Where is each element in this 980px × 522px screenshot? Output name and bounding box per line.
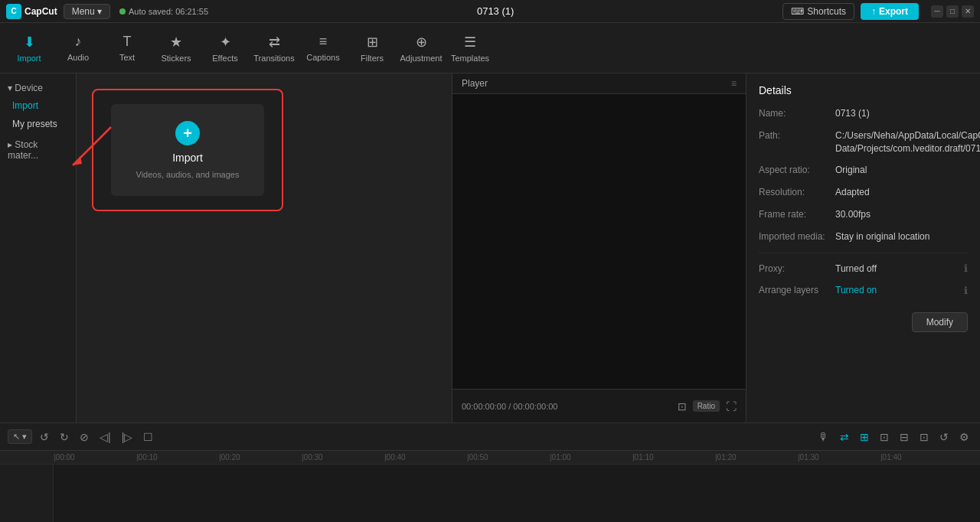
toolbar-item-transitions[interactable]: ⇄Transitions: [251, 26, 297, 70]
trim-left-button[interactable]: ◁|: [96, 429, 114, 445]
ruler-mark-1: |00:10: [136, 453, 219, 462]
transitions-icon: ⇄: [269, 34, 280, 51]
autosave-dot: [119, 8, 126, 15]
trim-right-button[interactable]: |▷: [119, 429, 136, 445]
player-menu-icon[interactable]: ≡: [731, 78, 737, 89]
toolbar-item-adjustment[interactable]: ⊕Adjustment: [398, 26, 444, 70]
track-labels: [0, 465, 54, 522]
detail-layers-value: Turned on: [835, 284, 959, 297]
timeline-content: |00:00 |00:10 |00:20 |00:30 |00:40 |00:5…: [0, 451, 980, 522]
logo-icon: C: [6, 4, 21, 19]
device-label: ▾ Device: [8, 83, 43, 93]
shortcuts-label: Shortcuts: [807, 6, 846, 17]
menu-button[interactable]: Menu ▾: [64, 4, 110, 19]
caption-button[interactable]: ⊡: [916, 429, 932, 445]
layers-info-icon[interactable]: ℹ: [964, 285, 968, 296]
loop-button[interactable]: ↺: [936, 429, 952, 445]
import-drop-zone[interactable]: + Import Videos, audios, and images: [92, 89, 283, 211]
logo: C CapCut: [6, 4, 57, 19]
ratio-button[interactable]: Ratio: [693, 400, 720, 412]
cursor-icon: ↖: [13, 432, 20, 442]
filters-label: Filters: [361, 54, 384, 63]
effects-icon: ✦: [220, 34, 231, 51]
ruler-mark-0: |00:00: [54, 453, 136, 462]
autosave-status: Auto saved: 06:21:55: [119, 7, 208, 16]
audio-label: Audio: [67, 53, 89, 62]
captions-label: Captions: [306, 53, 339, 62]
detail-proxy-row: Proxy: Turned off ℹ: [759, 263, 968, 276]
ruler-mark-6: |01:00: [550, 453, 632, 462]
ruler-mark-7: |01:10: [632, 453, 715, 462]
detail-path-row: Path: C:/Users/Neha/AppData/Local/CapCut…: [759, 129, 968, 155]
modify-button[interactable]: Modify: [912, 312, 968, 332]
detail-name-value: 0713 (1): [835, 107, 968, 120]
fullscreen-button[interactable]: ⛶: [726, 400, 737, 413]
detail-imported-value: Stay in original location: [835, 230, 968, 243]
ruler-mark-9: |01:30: [798, 453, 880, 462]
export-label: Export: [879, 6, 908, 17]
chain-button[interactable]: ⊡: [877, 429, 892, 445]
detail-imported-row: Imported media: Stay in original locatio…: [759, 230, 968, 243]
logo-text: CapCut: [24, 6, 57, 17]
toolbar-item-audio[interactable]: ♪Audio: [55, 26, 101, 70]
text-icon: T: [123, 34, 132, 50]
device-section-header[interactable]: ▾ Device: [0, 80, 76, 96]
media-area: + Import Videos, audios, and images: [77, 73, 452, 422]
link-button[interactable]: ⇄: [837, 429, 852, 445]
toolbar-item-captions[interactable]: ≡Captions: [300, 26, 346, 70]
maximize-button[interactable]: □: [946, 5, 959, 18]
detail-layers-label: Arrange layers: [759, 284, 835, 295]
toolbar-item-import[interactable]: ⬇Import: [6, 26, 52, 70]
details-panel: Details Name: 0713 (1) Path: C:/Users/Ne…: [746, 73, 980, 422]
player-controls: 00:00:00:00 / 00:00:00:00 ⊡ Ratio ⛶: [452, 389, 746, 422]
cursor-select[interactable]: ↖ ▾: [8, 429, 32, 444]
toolbar-item-effects[interactable]: ✦Effects: [202, 26, 248, 70]
toolbar-item-text[interactable]: TText: [104, 26, 150, 70]
close-button[interactable]: ✕: [962, 5, 974, 18]
stock-section-header[interactable]: ▸ Stock mater...: [0, 136, 76, 164]
detail-path-value: C:/Users/Neha/AppData/Local/CapCut/User …: [835, 129, 980, 155]
main-content: ▾ Device Import My presets ▸ Stock mater…: [0, 73, 980, 422]
minimize-button[interactable]: ─: [931, 5, 943, 18]
sidebar-item-my-presets[interactable]: My presets: [0, 115, 76, 133]
import-inner[interactable]: + Import Videos, audios, and images: [111, 104, 264, 196]
microphone-button[interactable]: 🎙: [815, 429, 832, 445]
detail-layers-row: Arrange layers Turned on ℹ: [759, 284, 968, 297]
sidebar-item-import[interactable]: Import: [0, 96, 76, 115]
import-label: Import: [17, 54, 41, 63]
detail-resolution-row: Resolution: Adapted: [759, 186, 968, 199]
screenshot-button[interactable]: ⊡: [678, 400, 687, 413]
align-button[interactable]: ⊟: [897, 429, 912, 445]
detail-aspect-row: Aspect ratio: Original: [759, 164, 968, 177]
import-plus-icon: +: [175, 121, 200, 145]
my-presets-label: My presets: [12, 119, 57, 129]
redo-button[interactable]: ↻: [57, 429, 72, 445]
toolbar-item-templates[interactable]: ☰Templates: [447, 26, 493, 70]
detail-aspect-label: Aspect ratio:: [759, 164, 835, 175]
shortcuts-button[interactable]: ⌨ Shortcuts: [782, 3, 854, 20]
magnet-button[interactable]: ⊞: [857, 429, 872, 445]
toolbar-item-filters[interactable]: ⊞Filters: [349, 26, 395, 70]
current-time: 00:00:00:00: [462, 402, 506, 411]
player-viewport: [452, 94, 746, 389]
toolbar: ⬇Import♪AudioTText★Stickers✦Effects⇄Tran…: [0, 23, 980, 73]
proxy-info-icon[interactable]: ℹ: [964, 263, 968, 274]
split-button[interactable]: ⊘: [77, 429, 92, 445]
detail-resolution-value: Adapted: [835, 186, 968, 199]
delete-button[interactable]: ☐: [140, 429, 156, 445]
keyboard-icon: ⌨: [791, 6, 804, 17]
detail-resolution-label: Resolution:: [759, 186, 835, 197]
player-title: Player: [462, 78, 488, 89]
transitions-label: Transitions: [253, 54, 294, 63]
import-label: Import: [172, 152, 203, 164]
stickers-icon: ★: [170, 34, 182, 51]
settings-button[interactable]: ⚙: [956, 429, 972, 445]
ruler-mark-10: |01:40: [880, 453, 963, 462]
undo-button[interactable]: ↺: [37, 429, 52, 445]
export-button[interactable]: ↑ Export: [861, 3, 919, 20]
player-time: 00:00:00:00 / 00:00:00:00: [462, 402, 557, 411]
export-icon: ↑: [871, 6, 876, 17]
text-label: Text: [119, 53, 135, 62]
project-title: 0713 (1): [214, 5, 776, 17]
toolbar-item-stickers[interactable]: ★Stickers: [153, 26, 199, 70]
